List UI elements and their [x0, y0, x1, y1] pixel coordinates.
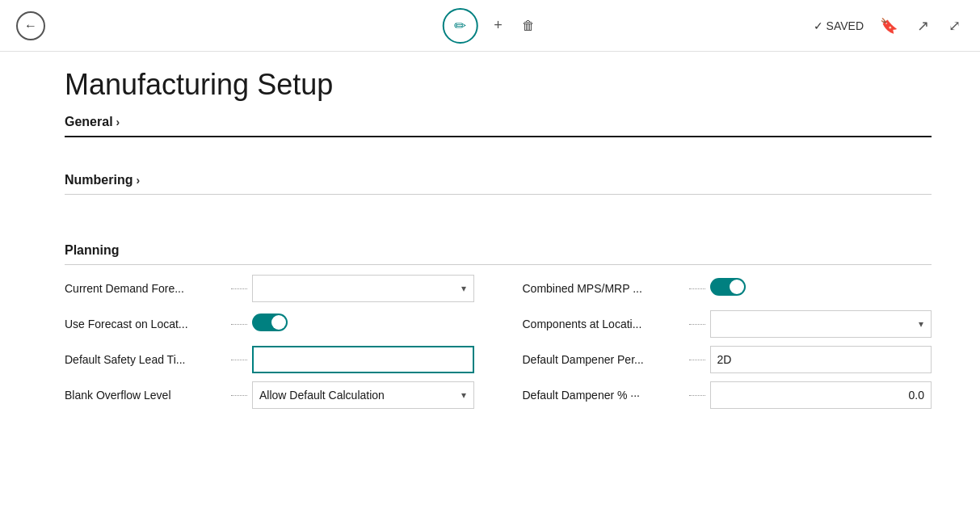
general-chevron-icon: ›: [116, 116, 120, 128]
dots-use-forecast-on-locat: [231, 324, 247, 325]
edit-button[interactable]: ✏: [442, 8, 477, 44]
toggle-knob: [730, 280, 744, 294]
back-icon: ←: [24, 19, 37, 33]
select-components-at-locati[interactable]: [710, 310, 932, 338]
saved-text: SAVED: [826, 19, 864, 32]
field-combined-mps-mrp: Combined MPS/MRP ...: [523, 273, 932, 304]
delete-button[interactable]: 🗑: [519, 15, 538, 36]
input-default-dampener-per[interactable]: [710, 346, 932, 373]
field-label-components-at-locati: Components at Locati...: [523, 318, 684, 330]
control-default-dampener-pct: [710, 381, 932, 409]
edit-icon: ✏: [454, 17, 466, 35]
add-icon: +: [494, 17, 503, 34]
field-label-combined-mps-mrp: Combined MPS/MRP ...: [523, 282, 684, 295]
field-label-current-demand-fore: Current Demand Fore...: [65, 282, 226, 295]
planning-section: Planning Current Demand Fore... ▾ Combi: [65, 243, 932, 410]
field-label-blank-overflow-level: Blank Overflow Level: [65, 389, 226, 402]
control-default-dampener-per: [710, 346, 932, 373]
control-combined-mps-mrp: [710, 278, 932, 299]
field-use-forecast-on-locat: Use Forecast on Locat...: [65, 309, 474, 339]
select-current-demand-fore[interactable]: [252, 275, 474, 302]
toggle-use-forecast-on-locat[interactable]: [252, 314, 288, 331]
input-default-dampener-pct[interactable]: [710, 381, 932, 409]
page-title: Manufacturing Setup: [65, 68, 932, 102]
control-current-demand-fore: ▾: [252, 275, 474, 302]
bookmark-button[interactable]: 🔖: [877, 14, 901, 38]
field-label-use-forecast-on-locat: Use Forecast on Locat...: [65, 318, 226, 330]
add-button[interactable]: +: [490, 14, 506, 37]
back-button[interactable]: ←: [16, 11, 45, 40]
field-blank-overflow-level: Blank Overflow Level Allow Default Calcu…: [65, 380, 474, 410]
export-icon: ↗: [917, 17, 929, 35]
planning-label: Planning: [65, 243, 120, 258]
control-blank-overflow-level: Allow Default Calculation ▾: [252, 381, 474, 409]
delete-icon: 🗑: [522, 19, 535, 33]
saved-indicator: ✓ SAVED: [814, 19, 864, 32]
dots-combined-mps-mrp: [689, 288, 705, 289]
dots-default-dampener-pct: [689, 395, 705, 396]
field-default-dampener-per: Default Dampener Per...: [523, 344, 932, 375]
control-use-forecast-on-locat: [252, 314, 474, 335]
numbering-section-header[interactable]: Numbering ›: [65, 173, 932, 195]
toolbar-left: ←: [16, 11, 45, 40]
toolbar: ← ✏ + 🗑 ✓ SAVED 🔖 ↗ ⤢: [0, 0, 980, 52]
field-default-dampener-pct: Default Dampener % ···: [523, 380, 932, 410]
dots-current-demand-fore: [231, 288, 247, 289]
numbering-section-title: Numbering ›: [65, 173, 140, 187]
expand-button[interactable]: ⤢: [945, 14, 964, 38]
export-button[interactable]: ↗: [914, 14, 932, 38]
field-default-safety-lead-ti: Default Safety Lead Ti...: [65, 344, 474, 375]
control-default-safety-lead-ti: [252, 346, 474, 373]
expand-icon: ⤢: [948, 17, 961, 35]
planning-section-title: Planning: [65, 243, 120, 258]
planning-divider: [65, 264, 932, 265]
page-content: Manufacturing Setup General › Numbering …: [0, 52, 980, 427]
field-label-default-safety-lead-ti: Default Safety Lead Ti...: [65, 353, 226, 366]
bookmark-icon: 🔖: [880, 17, 898, 35]
toggle-combined-mps-mrp[interactable]: [710, 278, 746, 296]
select-blank-overflow-level[interactable]: Allow Default Calculation: [252, 381, 474, 409]
general-section-header[interactable]: General ›: [65, 115, 932, 137]
field-current-demand-fore: Current Demand Fore... ▾: [65, 273, 474, 304]
dots-blank-overflow-level: [231, 395, 247, 396]
dots-components-at-locati: [689, 324, 705, 325]
dots-default-dampener-per: [689, 360, 705, 360]
numbering-label: Numbering: [65, 173, 132, 187]
field-components-at-locati: Components at Locati... ▾: [523, 309, 932, 339]
planning-fields-grid: Current Demand Fore... ▾ Combined MPS/MR…: [65, 273, 932, 410]
toggle-knob-2: [271, 315, 286, 330]
check-icon: ✓: [814, 19, 823, 32]
general-label: General: [65, 115, 113, 129]
input-default-safety-lead-ti[interactable]: [252, 346, 474, 373]
dots-default-safety-lead-ti: [231, 360, 247, 360]
toolbar-center: ✏ + 🗑: [442, 8, 538, 44]
toolbar-right: ✓ SAVED 🔖 ↗ ⤢: [814, 14, 964, 38]
general-section-title: General ›: [65, 115, 120, 129]
field-label-default-dampener-pct: Default Dampener % ···: [523, 389, 684, 402]
numbering-chevron-icon: ›: [136, 174, 140, 187]
field-label-default-dampener-per: Default Dampener Per...: [523, 353, 684, 366]
control-components-at-locati: ▾: [710, 310, 932, 338]
